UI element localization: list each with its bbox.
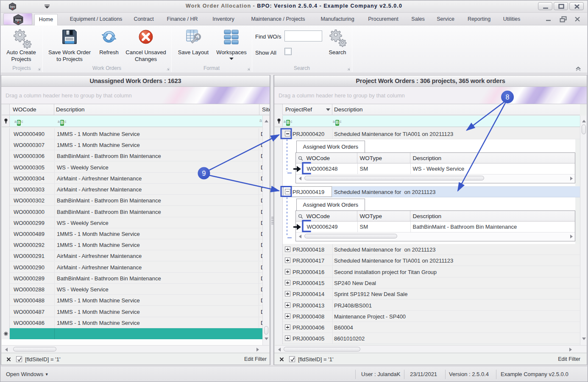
svg-text:bpo: bpo	[15, 18, 22, 22]
